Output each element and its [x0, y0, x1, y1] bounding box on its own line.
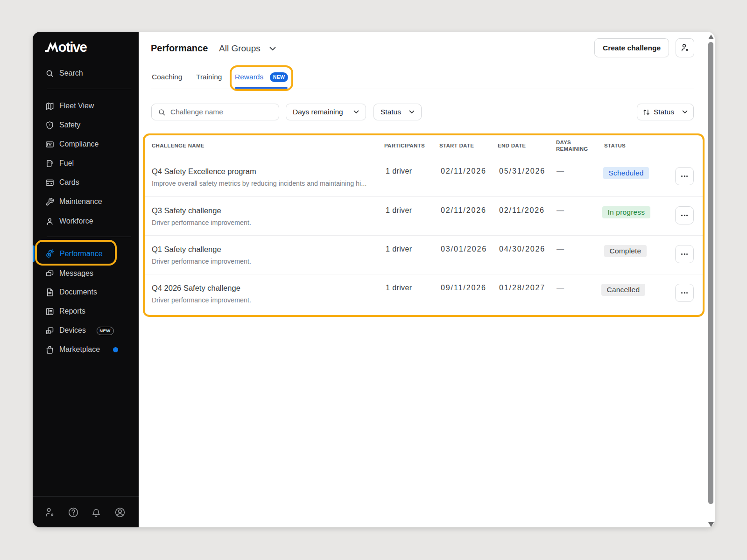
- svg-text:otive: otive: [58, 41, 87, 52]
